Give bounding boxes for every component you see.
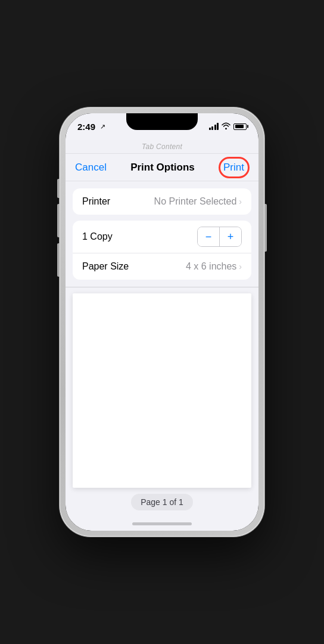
tab-bar-hint-text: Tab Content: [142, 143, 182, 151]
home-indicator: [66, 516, 258, 531]
signal-icon: [209, 123, 219, 130]
content-area: Printer No Printer Selected › 1 Copy −: [66, 181, 258, 516]
printer-value-text: No Printer Selected: [154, 196, 237, 207]
paper-size-label: Paper Size: [82, 261, 129, 272]
page-indicator: Page 1 of 1: [131, 494, 193, 510]
page-preview: [73, 293, 251, 488]
printer-label: Printer: [82, 196, 110, 207]
nav-title: Print Options: [130, 162, 195, 174]
status-bar: 2:49 ↗: [66, 113, 258, 140]
paper-size-row[interactable]: Paper Size 4 x 6 inches ›: [73, 253, 251, 280]
home-bar: [132, 522, 192, 525]
phone-shell: 2:49 ↗: [60, 107, 264, 537]
nav-bar: Cancel Print Options Print: [66, 154, 258, 181]
copy-paper-section: 1 Copy − + Paper Size 4 x 6 inches ›: [73, 221, 251, 280]
decrement-button[interactable]: −: [198, 227, 219, 246]
preview-area: Page 1 of 1: [66, 287, 258, 516]
location-arrow-icon: ↗: [100, 123, 105, 131]
paper-size-value: 4 x 6 inches ›: [186, 261, 242, 272]
copy-label: 1 Copy: [82, 231, 113, 242]
tab-bar-hint: Tab Content: [66, 140, 258, 154]
status-icons: [209, 122, 247, 131]
phone-inner: 2:49 ↗: [66, 113, 258, 531]
notch: [126, 113, 198, 130]
status-time: 2:49: [77, 122, 95, 132]
printer-section: Printer No Printer Selected ›: [73, 188, 251, 215]
increment-button[interactable]: +: [220, 227, 241, 246]
paper-size-chevron-icon: ›: [239, 262, 242, 271]
printer-chevron-icon: ›: [239, 197, 242, 206]
battery-icon: [233, 123, 247, 130]
mute-button[interactable]: [57, 179, 60, 198]
printer-row[interactable]: Printer No Printer Selected ›: [73, 188, 251, 215]
volume-up-button[interactable]: [57, 204, 60, 237]
wifi-icon: [222, 122, 230, 131]
print-highlight-circle: [219, 157, 250, 178]
paper-size-value-text: 4 x 6 inches: [186, 261, 236, 272]
printer-value: No Printer Selected ›: [154, 196, 242, 207]
cancel-button[interactable]: Cancel: [75, 162, 107, 174]
power-button[interactable]: [264, 204, 267, 252]
copy-row: 1 Copy − +: [73, 221, 251, 253]
screen: 2:49 ↗: [66, 113, 258, 531]
copy-stepper: − +: [197, 227, 242, 247]
volume-down-button[interactable]: [57, 243, 60, 277]
print-button-wrapper: Print: [219, 162, 249, 174]
